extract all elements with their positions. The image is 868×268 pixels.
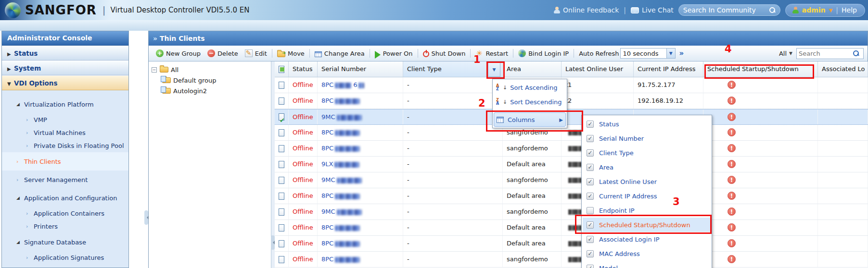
column-header-current-ip-address[interactable]: Current IP Address: [634, 61, 703, 77]
columns-menu-item-scheduled-startup-shutdown[interactable]: ✓Scheduled Startup/Shutdown: [583, 218, 711, 232]
table-row[interactable]: Offline9MC-sangfordemo!: [275, 172, 868, 188]
table-row[interactable]: Offline9MC-!: [275, 109, 868, 125]
community-search[interactable]: Search In Community: [678, 4, 780, 16]
table-row[interactable]: Offline8PC-sangfordemo!: [275, 141, 868, 157]
combo-dropdown-icon[interactable]: ▼: [666, 48, 676, 59]
column-header-dropdown-button[interactable]: ▼: [488, 62, 500, 77]
alert-icon[interactable]: !: [728, 81, 736, 89]
sidebar-item-application-signatures[interactable]: ›Application Signatures: [2, 251, 128, 264]
table-row[interactable]: Offline8PC 6-t191.75.2.177!: [275, 77, 868, 93]
tree-node-autologin2[interactable]: Autologin2: [149, 85, 271, 96]
auto-refresh-combo[interactable]: 10 seconds ▼: [620, 48, 676, 59]
checkbox-checked-icon[interactable]: ✓: [587, 236, 594, 243]
columns-menu-item-endpoint-ip[interactable]: Endpoint IP: [583, 203, 711, 218]
alert-icon[interactable]: !: [728, 192, 736, 200]
toolbar-button-change-area[interactable]: Change Area: [311, 48, 368, 59]
search-input[interactable]: [799, 50, 853, 57]
help-link[interactable]: Help: [842, 6, 857, 14]
sidebar-item-application-database[interactable]: ›Application Database: [2, 264, 128, 268]
columns-menu-item-area[interactable]: ✓Area: [583, 160, 711, 174]
row-checkbox[interactable]: [275, 157, 289, 172]
columns-menu-item-model[interactable]: ✓Model: [583, 261, 711, 268]
checkbox-checked-icon[interactable]: ✓: [587, 135, 594, 142]
alert-icon[interactable]: !: [728, 223, 736, 231]
column-header-serial-number[interactable]: Serial Number: [318, 61, 403, 77]
alert-icon[interactable]: !: [728, 255, 736, 263]
sidebar-section-status[interactable]: ▶Status: [2, 46, 128, 61]
row-checkbox[interactable]: [275, 141, 289, 156]
toolbar-button-restart[interactable]: ✳Restart: [472, 48, 511, 59]
menu-item-sort-descending[interactable]: ZA↓Sort Descending: [494, 95, 566, 109]
toolbar-button-delete[interactable]: −Delete: [204, 48, 242, 59]
table-row[interactable]: Offline8PC-Default area!: [275, 236, 868, 252]
checkbox-checked-icon[interactable]: ✓: [587, 265, 594, 268]
sidebar-item-application-containers[interactable]: ›Application Containers: [2, 207, 128, 220]
row-checkbox[interactable]: [275, 125, 289, 140]
toolbar-button-edit[interactable]: Edit: [242, 48, 270, 59]
row-checkbox[interactable]: [275, 110, 289, 124]
toolbar-button-power-on[interactable]: Power On: [371, 48, 416, 59]
sidebar-item-private-disks-in-floating-pool[interactable]: ›Private Disks in Floating Pool: [2, 139, 128, 152]
menu-item-columns[interactable]: Columns▶: [494, 112, 566, 127]
checkbox-checked-icon[interactable]: ✓: [587, 164, 594, 171]
column-header-status[interactable]: Status: [289, 61, 318, 77]
toolbar-button-move[interactable]: Move: [274, 48, 308, 59]
sidebar-collapse-handle[interactable]: [144, 210, 148, 225]
row-checkbox[interactable]: [275, 188, 289, 204]
sidebar-section-system[interactable]: ▶System: [2, 61, 128, 75]
column-header-scheduled-startup-shutdown[interactable]: Scheduled Startup/Shutdown: [703, 61, 818, 77]
toolbar-button-shut-down[interactable]: Shut Down: [420, 48, 469, 59]
sidebar-section-vdi-options[interactable]: ▼VDI Options: [2, 75, 128, 90]
toolbar-button-new-group[interactable]: +New Group: [153, 48, 204, 59]
table-row[interactable]: Offline8PC-sangfordemo!: [275, 125, 868, 141]
sidebar-item-server-management[interactable]: ›Server Management: [2, 171, 128, 189]
table-row[interactable]: Offline8PC-Default area!: [275, 220, 868, 236]
sidebar-item-virtual-machines[interactable]: ›Virtual Machines: [2, 126, 128, 139]
sidebar-item-virtualization-platform[interactable]: ◢Virtualization Platform: [2, 95, 128, 113]
columns-menu-item-status[interactable]: ✓Status: [583, 117, 711, 131]
table-row[interactable]: Offline8PC-Default area!: [275, 188, 868, 204]
alert-icon[interactable]: !: [728, 97, 736, 105]
row-checkbox[interactable]: [275, 172, 289, 188]
tree-root[interactable]: − All: [149, 64, 271, 75]
online-feedback-link[interactable]: Online Feedback: [554, 6, 619, 14]
sidebar-item-signature-database[interactable]: ◢Signature Database: [2, 233, 128, 251]
sidebar-item-application-and-configuration[interactable]: ◢Application and Configuration: [2, 189, 128, 207]
checkbox-checked-icon[interactable]: ✓: [587, 250, 594, 257]
toolbar-button-bind-login-ip[interactable]: Bind Login IP: [515, 48, 572, 59]
admin-dropdown-icon[interactable]: ▼: [829, 8, 833, 13]
columns-menu-item-serial-number[interactable]: ✓Serial Number: [583, 131, 711, 146]
sidebar-item-printers[interactable]: ›Printers: [2, 220, 128, 233]
columns-menu-item-associated-login-ip[interactable]: ✓Associated Login IP: [583, 232, 711, 246]
alert-icon[interactable]: !: [728, 160, 736, 168]
table-row[interactable]: Offline9MC-sangfordemo!: [275, 204, 868, 220]
admin-username[interactable]: admin: [802, 6, 826, 14]
sidebar-item-vmp[interactable]: ›VMP: [2, 113, 128, 126]
columns-menu-item-client-type[interactable]: ✓Client Type: [583, 146, 711, 160]
search-scope-dropdown[interactable]: All ▼: [779, 50, 792, 57]
columns-menu-item-mac-address[interactable]: ✓MAC Address: [583, 246, 711, 261]
alert-icon[interactable]: !: [728, 176, 736, 184]
live-chat-link[interactable]: Live Chat: [631, 6, 674, 14]
toolbar-overflow-button[interactable]: »: [679, 49, 684, 58]
row-checkbox[interactable]: [275, 236, 289, 251]
tree-node-default-group[interactable]: Default group: [149, 75, 271, 85]
checkbox-checked-icon[interactable]: ✓: [587, 178, 594, 185]
checkbox-checked-icon[interactable]: ✓: [587, 193, 594, 200]
row-checkbox[interactable]: [275, 252, 289, 267]
table-row[interactable]: Offline9LX-Default area!: [275, 157, 868, 172]
table-row[interactable]: Offline8PC-sangfordemo!: [275, 252, 868, 268]
checkbox-checked-icon[interactable]: ✓: [587, 121, 594, 128]
row-checkbox[interactable]: [275, 220, 289, 235]
row-checkbox[interactable]: [275, 77, 289, 93]
row-checkbox[interactable]: [275, 93, 289, 109]
alert-icon[interactable]: !: [728, 113, 736, 121]
alert-icon[interactable]: !: [728, 207, 736, 216]
alert-icon[interactable]: !: [728, 239, 736, 247]
search-icon[interactable]: [853, 50, 859, 57]
menu-item-sort-ascending[interactable]: AZ↓Sort Ascending: [494, 80, 566, 95]
column-header-associated-lo[interactable]: Associated Lo: [818, 61, 868, 77]
checkbox-unchecked-icon[interactable]: [587, 207, 594, 214]
column-header-latest-online-user[interactable]: Latest Online User: [562, 61, 634, 77]
tree-collapse-icon[interactable]: −: [152, 67, 157, 73]
